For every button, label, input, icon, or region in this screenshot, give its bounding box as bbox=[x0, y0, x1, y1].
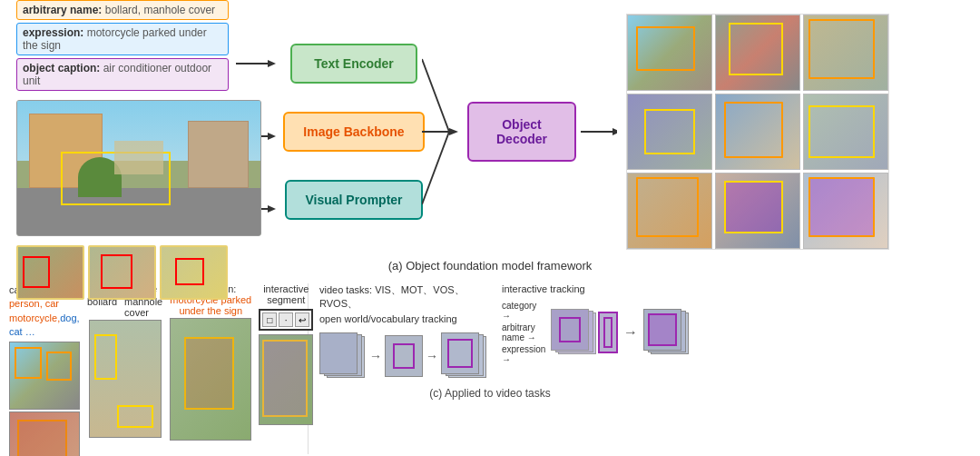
svg-marker-1 bbox=[268, 60, 276, 67]
video-tasks-panel: video tasks: VIS、MOT、VOS、RVOS、 open worl… bbox=[316, 283, 661, 454]
orange-bbox-cat1 bbox=[15, 347, 42, 379]
top-output-panel bbox=[617, 14, 898, 250]
category-col: category: person, car motorcycle,dog, ca… bbox=[9, 283, 80, 456]
category-images bbox=[9, 342, 80, 456]
top-decoder: ObjectDecoder bbox=[463, 23, 581, 241]
small-img-3 bbox=[160, 245, 228, 300]
video-tasks-caption: (c) Applied to video tasks bbox=[319, 387, 661, 400]
expression-key: expression: bbox=[23, 26, 83, 39]
arbitrary-val: bollard, manhole cover bbox=[105, 4, 215, 16]
svg-marker-3 bbox=[268, 133, 276, 140]
output-bbox-6 bbox=[808, 105, 876, 157]
svg-marker-5 bbox=[268, 205, 276, 213]
out-frame-front bbox=[643, 309, 681, 351]
video-desc: video tasks: VIS、MOT、VOS、RVOS、 open worl… bbox=[319, 283, 488, 380]
output-bbox-4 bbox=[644, 109, 694, 154]
arbitrary-key: arbitrary name: bbox=[23, 4, 102, 16]
image-tasks-panel: category: person, car motorcycle,dog, ca… bbox=[9, 283, 309, 454]
top-flow: category: [person, car, motorcycle, dog … bbox=[9, 9, 971, 254]
single-frame-1 bbox=[385, 335, 423, 377]
inp-frame-front bbox=[551, 309, 589, 351]
interactive-scene-img bbox=[259, 334, 313, 425]
svg-line-8 bbox=[422, 132, 449, 204]
main-street-image bbox=[16, 100, 261, 236]
frame-front-2 bbox=[441, 332, 479, 374]
svg-marker-9 bbox=[449, 128, 458, 135]
expression-scene-img bbox=[170, 318, 251, 441]
output-bbox-2 bbox=[729, 23, 783, 74]
text-encoder-label: Text Encoder bbox=[314, 56, 394, 71]
red-bbox-1 bbox=[23, 256, 50, 288]
frame-purple-box-1 bbox=[393, 343, 415, 369]
out-purple-box bbox=[648, 313, 677, 346]
output-cell-3 bbox=[803, 15, 888, 91]
output-tracking-inner-box bbox=[603, 317, 612, 348]
tracking-big-arrow-2: → bbox=[623, 324, 638, 341]
output-bbox-7 bbox=[636, 177, 699, 237]
bollard-bbox bbox=[94, 334, 117, 380]
small-img-1 bbox=[16, 245, 84, 300]
interactive-tracking-col: interactive tracking category → arbitrar… bbox=[502, 283, 665, 364]
inp-frame-purple-box bbox=[559, 317, 581, 342]
output-cell-4 bbox=[627, 94, 712, 170]
output-cell-9 bbox=[803, 173, 888, 249]
object-decoder-box: ObjectDecoder bbox=[467, 102, 576, 162]
small-img-2 bbox=[88, 245, 156, 300]
encoder-to-decoder-arrows bbox=[426, 32, 463, 232]
frame-arrow-2: → bbox=[426, 349, 438, 363]
arb-arrow-label: arbitrary name → bbox=[502, 322, 545, 342]
seg-icon-1[interactable]: □ bbox=[262, 312, 277, 327]
visual-prompter-label: Visual Prompter bbox=[305, 193, 402, 207]
frame-front-1 bbox=[319, 332, 358, 374]
stacked-frames-2 bbox=[441, 332, 488, 380]
small-images-row bbox=[16, 245, 229, 300]
purple-bbox-frame2 bbox=[447, 339, 473, 368]
text-labels: category: [person, car, motorcycle, dog … bbox=[16, 0, 229, 91]
arbitrary-scene-img bbox=[89, 320, 162, 438]
interactive-tracking-label: interactive tracking bbox=[502, 283, 665, 294]
image-backbone-label: Image Backbone bbox=[303, 124, 404, 139]
expr-arrow-text: expression bbox=[502, 344, 545, 354]
video-tasks-label: video tasks: VIS、MOT、VOS、RVOS、 bbox=[319, 283, 488, 311]
image-backbone-box: Image Backbone bbox=[283, 112, 424, 152]
arbitrary-col: arbitrary name bollard manhole cover bbox=[87, 283, 162, 438]
main-scene bbox=[17, 101, 260, 235]
orange-bbox-cat2 bbox=[46, 352, 72, 381]
output-bbox-5 bbox=[724, 102, 782, 158]
visual-prompter-box: Visual Prompter bbox=[285, 180, 422, 220]
video-tasks-label2: open world/vocabulary tracking bbox=[319, 313, 488, 324]
seg-icon-2[interactable]: · bbox=[279, 312, 293, 327]
output-tracking-frame bbox=[598, 312, 618, 353]
top-encoders: Text Encoder Image Backbone Visual Promp… bbox=[281, 23, 426, 241]
encode-decode-svg bbox=[422, 32, 467, 232]
bot-img-cat-1 bbox=[9, 342, 80, 410]
cat-arrow-label: category → bbox=[502, 301, 545, 321]
main-container: category: [person, car, motorcycle, dog … bbox=[0, 0, 980, 456]
interactive-mask bbox=[262, 340, 308, 417]
object-caption-key: object caption: bbox=[23, 62, 100, 74]
purple-mask-cat bbox=[17, 420, 67, 456]
expression-label-box: expression: motorcycle parked under the … bbox=[16, 23, 229, 55]
seg-icon-3[interactable]: ↩ bbox=[295, 312, 309, 327]
bot-img-cat-2 bbox=[9, 411, 80, 456]
cat-arrow-text: category bbox=[502, 301, 536, 311]
object-decoder-label: ObjectDecoder bbox=[496, 117, 547, 146]
output-cell-6 bbox=[803, 94, 888, 170]
video-frames-row1: → → bbox=[319, 332, 488, 380]
output-bbox-8 bbox=[724, 181, 782, 233]
arbitrary-label-box: arbitrary name: bollard, manhole cover bbox=[16, 0, 229, 20]
output-bbox-1 bbox=[636, 26, 694, 71]
red-bbox-3 bbox=[175, 258, 204, 285]
output-bbox-9 bbox=[808, 177, 876, 237]
top-left-panel: category: [person, car, motorcycle, dog … bbox=[9, 0, 236, 307]
output-cell-1 bbox=[627, 15, 712, 91]
output-cell-8 bbox=[715, 173, 800, 249]
red-bbox-2 bbox=[101, 254, 132, 289]
tracking-arrows-labels: category → arbitrary name → expression → bbox=[502, 301, 545, 364]
image-tasks-row: category: person, car motorcycle,dog, ca… bbox=[9, 283, 300, 456]
text-encoder-box: Text Encoder bbox=[290, 44, 417, 84]
output-cell-5 bbox=[715, 94, 800, 170]
output-cell-2 bbox=[715, 15, 800, 91]
stacked-frames-1 bbox=[319, 332, 367, 380]
interactive-icon-bar: □ · ↩ bbox=[259, 309, 313, 331]
